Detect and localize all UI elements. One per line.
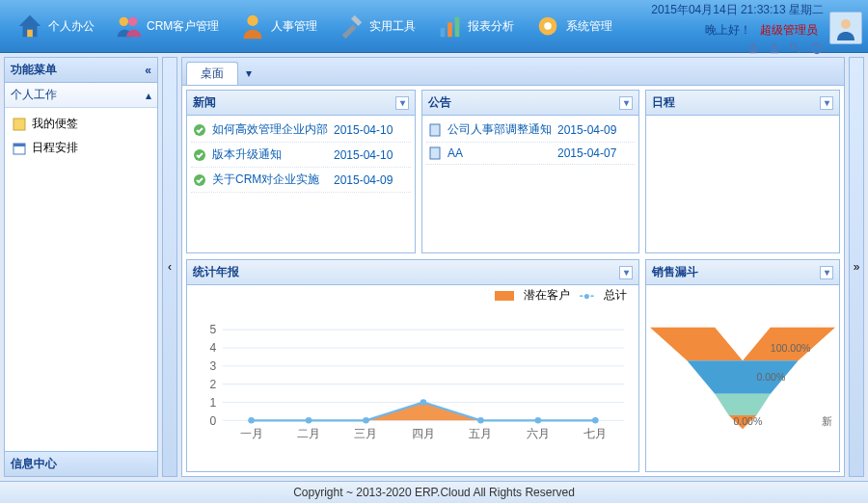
svg-text:0.00%: 0.00% bbox=[733, 415, 762, 427]
svg-rect-21 bbox=[430, 147, 440, 159]
svg-text:六月: 六月 bbox=[527, 427, 550, 440]
svg-text:2: 2 bbox=[210, 378, 217, 391]
user-small-icon[interactable] bbox=[768, 41, 781, 55]
svg-text:七月: 七月 bbox=[583, 427, 607, 440]
nav-tools[interactable]: 实用工具 bbox=[327, 8, 425, 44]
panel-menu-icon[interactable]: ▾ bbox=[820, 96, 833, 110]
nav-crm[interactable]: CRM客户管理 bbox=[104, 8, 229, 44]
panel-title: 新闻 bbox=[193, 94, 216, 111]
svg-point-13 bbox=[841, 19, 851, 29]
sidebar-item-schedule[interactable]: 日程安排 bbox=[5, 136, 157, 160]
chevron-up-icon: ▴ bbox=[146, 89, 151, 102]
sidebar-title: 功能菜单 « bbox=[5, 58, 157, 83]
svg-text:五月: 五月 bbox=[469, 427, 492, 440]
sidebar-item-label: 我的便签 bbox=[32, 116, 78, 132]
svg-point-3 bbox=[248, 15, 258, 26]
power-small-icon[interactable] bbox=[810, 41, 824, 55]
svg-text:0: 0 bbox=[210, 414, 217, 428]
svg-text:1: 1 bbox=[210, 396, 217, 410]
nav-label: CRM客户管理 bbox=[147, 18, 219, 35]
svg-text:0.00%: 0.00% bbox=[756, 371, 785, 383]
sidebar-section-personal[interactable]: 个人工作 ▴ bbox=[5, 83, 157, 108]
item-link[interactable]: 公司人事部调整通知 bbox=[448, 121, 552, 138]
panel-schedule: 日程▾ bbox=[645, 90, 840, 253]
person-icon bbox=[238, 12, 267, 40]
item-link[interactable]: 如何高效管理企业内部 bbox=[212, 121, 328, 138]
tools-icon bbox=[337, 12, 366, 40]
panel-menu-icon[interactable]: ▾ bbox=[395, 96, 409, 110]
top-nav: 个人办公 CRM客户管理 人事管理 实用工具 报表分析 系统管理 2015年04… bbox=[0, 0, 868, 53]
svg-text:三月: 三月 bbox=[354, 427, 377, 440]
nav-label: 报表分析 bbox=[468, 18, 514, 35]
item-date: 2015-04-07 bbox=[557, 146, 633, 160]
main-area: 桌面 ▾ 新闻▾ 如何高效管理企业内部2015-04-10版本升级通知2015-… bbox=[181, 57, 845, 477]
collapse-left-icon[interactable]: « bbox=[145, 64, 151, 77]
svg-rect-14 bbox=[14, 119, 25, 130]
home-icon bbox=[15, 12, 44, 40]
panel-title: 公告 bbox=[428, 94, 451, 111]
item-link[interactable]: 版本升级通知 bbox=[212, 146, 328, 163]
sidebar-item-notes[interactable]: 我的便签 bbox=[5, 112, 157, 136]
people-icon bbox=[114, 12, 143, 40]
legend-swatch bbox=[495, 291, 514, 301]
svg-rect-5 bbox=[448, 22, 452, 37]
funnel-chart: 100.00% 0.00% 0.00% 新 bbox=[650, 287, 835, 469]
key-small-icon[interactable] bbox=[789, 41, 802, 55]
avatar[interactable] bbox=[829, 12, 862, 44]
list-item[interactable]: 关于CRM对企业实施2015-04-09 bbox=[191, 168, 411, 193]
nav-reports[interactable]: 报表分析 bbox=[425, 8, 524, 44]
avatar-icon bbox=[833, 15, 858, 40]
panel-menu-icon[interactable]: ▾ bbox=[820, 266, 833, 279]
nav-label: 人事管理 bbox=[271, 18, 317, 35]
list-item[interactable]: AA2015-04-07 bbox=[426, 143, 635, 165]
nav-label: 个人办公 bbox=[48, 18, 95, 35]
item-link[interactable]: 关于CRM对企业实施 bbox=[212, 172, 328, 188]
svg-text:100.00%: 100.00% bbox=[771, 342, 811, 354]
home-small-icon[interactable] bbox=[746, 41, 760, 55]
doc-icon bbox=[428, 123, 442, 137]
nav-label: 系统管理 bbox=[566, 18, 612, 35]
list-item[interactable]: 如何高效管理企业内部2015-04-10 bbox=[191, 118, 411, 143]
panel-funnel: 销售漏斗▾ 100.00% 0.00% 0.00% 新 bbox=[645, 259, 840, 472]
check-icon bbox=[193, 123, 206, 137]
datetime: 2015年04月14日 21:33:13 星期二 bbox=[651, 2, 824, 18]
svg-text:新: 新 bbox=[822, 415, 832, 427]
username[interactable]: 超级管理员 bbox=[760, 23, 818, 37]
footer: Copyright ~ 2013-2020 ERP.Cloud All Righ… bbox=[0, 481, 868, 503]
collapse-right[interactable]: » bbox=[849, 57, 864, 477]
legend-swatch: -●- bbox=[580, 289, 594, 303]
tab-menu[interactable]: ▾ bbox=[240, 65, 258, 82]
chart-legend: 潜在客户 -●-总计 bbox=[493, 285, 629, 305]
doc-icon bbox=[428, 146, 442, 160]
svg-rect-0 bbox=[27, 30, 33, 38]
svg-text:5: 5 bbox=[210, 324, 217, 337]
list-item[interactable]: 版本升级通知2015-04-10 bbox=[191, 143, 411, 168]
svg-rect-16 bbox=[14, 144, 25, 146]
sidebar-bottom[interactable]: 信息中心 bbox=[5, 451, 157, 476]
nav-hr[interactable]: 人事管理 bbox=[229, 8, 327, 44]
nav-system[interactable]: 系统管理 bbox=[524, 8, 622, 44]
greeting: 晚上好！ bbox=[705, 23, 751, 37]
check-icon bbox=[193, 173, 206, 187]
workspace: 功能菜单 « 个人工作 ▴ 我的便签 日程安排 信息中心 ‹ 桌面 ▾ 新闻▾ bbox=[0, 53, 868, 481]
collapse-sidebar[interactable]: ‹ bbox=[162, 57, 177, 477]
item-date: 2015-04-10 bbox=[334, 123, 409, 137]
svg-rect-4 bbox=[441, 28, 446, 37]
panel-title: 日程 bbox=[652, 94, 675, 111]
item-date: 2015-04-09 bbox=[557, 123, 633, 137]
tab-desktop[interactable]: 桌面 bbox=[186, 62, 238, 85]
svg-rect-20 bbox=[430, 124, 440, 136]
panel-menu-icon[interactable]: ▾ bbox=[619, 266, 633, 279]
calendar-icon bbox=[13, 142, 26, 155]
list-item[interactable]: 公司人事部调整通知2015-04-09 bbox=[426, 118, 635, 143]
panel-news: 新闻▾ 如何高效管理企业内部2015-04-10版本升级通知2015-04-10… bbox=[186, 90, 416, 253]
item-date: 2015-04-10 bbox=[334, 148, 409, 162]
nav-label: 实用工具 bbox=[369, 18, 416, 35]
panel-stats: 统计年报▾ 潜在客户 -●-总计 012345一月二月三月四月五月六月七月 bbox=[186, 259, 639, 472]
svg-rect-6 bbox=[455, 17, 460, 38]
item-link[interactable]: AA bbox=[448, 146, 552, 160]
nav-personal[interactable]: 个人办公 bbox=[6, 8, 104, 44]
stats-chart: 012345一月二月三月四月五月六月七月 bbox=[191, 287, 635, 469]
panel-menu-icon[interactable]: ▾ bbox=[619, 96, 633, 110]
header-right: 2015年04月14日 21:33:13 星期二 晚上好！ 超级管理员 bbox=[651, 2, 824, 55]
